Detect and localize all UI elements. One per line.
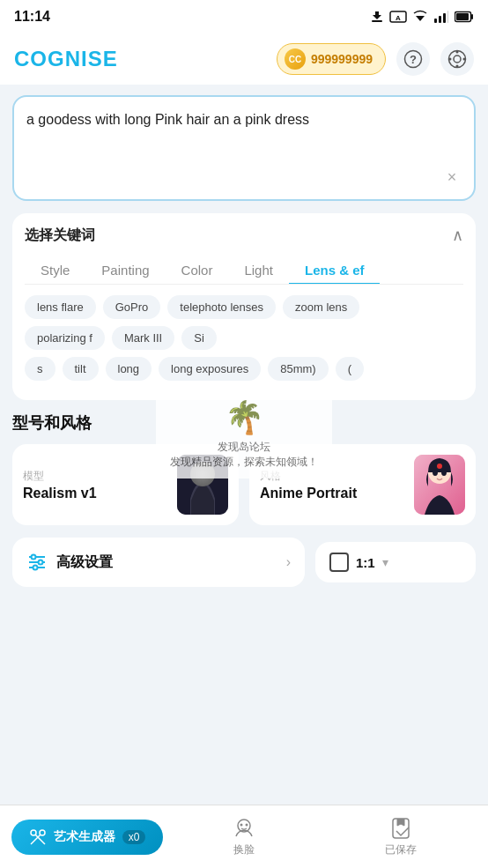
status-bar: 11:14 A [0,0,488,33]
app-logo: COGNISE [14,47,118,71]
coin-badge[interactable]: CC 999999999 [277,43,386,75]
svg-rect-0 [372,20,382,22]
style-name: Anime Portrait [260,486,357,501]
settings-button[interactable] [440,42,474,76]
svg-rect-4 [434,19,437,23]
signal-icon [433,10,449,24]
svg-rect-10 [456,13,469,20]
nav-saved[interactable]: 已保存 [322,817,479,857]
keywords-title: 选择关键词 [25,226,95,245]
prompt-text[interactable]: a goodess with long Pink hair an a pink … [26,109,462,162]
svg-point-18 [463,58,466,61]
art-gen-label: 艺术生成器 [54,829,115,845]
svg-point-21 [196,462,210,476]
svg-point-16 [456,65,459,68]
download-icon [370,10,384,24]
svg-point-25 [441,469,447,476]
tab-lens[interactable]: Lens & ef [289,257,381,285]
tab-painting[interactable]: Painting [85,257,165,285]
model-style-section: 型号和风格 模型 Realism v1 [12,412,476,525]
tag-mark3[interactable]: Mark III [112,326,174,350]
style-info: 风格 Anime Portrait [260,469,357,501]
tag-85mm[interactable]: 85mm) [268,357,328,381]
ratio-dropdown-arrow[interactable]: ▾ [382,555,388,569]
face-swap-label: 换脸 [233,842,255,857]
tab-color[interactable]: Color [166,257,229,285]
tag-gopro[interactable]: GoPro [103,295,161,319]
saved-label: 已保存 [385,842,417,857]
model-name: Realism v1 [23,486,97,501]
style-label: 风格 [260,469,357,484]
svg-marker-3 [416,16,425,21]
tag-si[interactable]: Si [181,326,217,350]
tag-telephoto[interactable]: telephoto lenses [167,295,276,319]
nav-art-generator[interactable]: 艺术生成器 x0 [9,820,166,855]
svg-point-38 [240,823,243,826]
svg-rect-7 [447,11,448,23]
tab-style[interactable]: Style [25,257,85,285]
top-nav: COGNISE CC 999999999 ? [0,33,488,85]
nav-face-swap[interactable]: 换脸 [166,817,322,857]
svg-rect-5 [439,16,441,23]
ratio-card[interactable]: 1:1 ▾ [315,542,476,582]
keyword-tabs: Style Painting Color Light Lens & ef [25,257,463,285]
tab-light[interactable]: Light [228,257,289,285]
tag-open-paren[interactable]: ( [336,357,364,381]
svg-point-32 [33,566,38,570]
prompt-input-card[interactable]: a goodess with long Pink hair an a pink … [12,95,476,201]
tag-tilt[interactable]: tilt [63,357,99,381]
svg-line-35 [35,835,45,844]
art-gen-count: x0 [122,830,146,844]
anime-thumbnail [414,455,465,515]
svg-text:?: ? [410,53,417,66]
svg-point-30 [32,555,36,560]
model-style-row: 模型 Realism v1 [12,444,476,525]
advanced-settings-card[interactable]: 高级设置 › [12,538,305,587]
svg-line-36 [31,835,41,844]
tag-polarizing[interactable]: polarizing f [25,326,105,350]
svg-point-26 [437,464,442,469]
keywords-header: 选择关键词 ∧ [25,226,463,245]
ratio-value: 1:1 [356,555,375,570]
tags-row-2: polarizing f Mark III Si [25,326,463,350]
model-thumbnail [177,455,228,515]
model-style-title: 型号和风格 [12,412,476,434]
keyboard-icon: A [389,10,407,24]
svg-rect-6 [443,13,446,23]
model-label: 模型 [23,469,97,484]
coin-amount: 999999999 [311,52,373,66]
svg-rect-9 [471,14,473,19]
svg-point-14 [454,56,461,63]
svg-point-24 [433,469,438,476]
status-icons: A [370,10,474,24]
help-button[interactable]: ? [396,42,430,76]
tag-zoom-lens[interactable]: zoom lens [283,295,359,319]
tags-row-1: lens flare GoPro telephoto lenses zoom l… [25,295,463,319]
wifi-icon [412,10,428,24]
advanced-text: 高级设置 [56,553,277,572]
help-icon: ? [403,49,423,69]
advanced-row: 高级设置 › 1:1 ▾ [12,538,476,587]
advanced-arrow: › [286,554,291,570]
art-gen-button[interactable]: 艺术生成器 x0 [11,820,164,855]
battery-icon [455,11,474,23]
scissors-icon [29,828,47,846]
clear-button[interactable]: × [439,164,465,190]
svg-point-17 [449,58,452,61]
svg-text:A: A [396,14,401,22]
status-time: 11:14 [14,9,50,25]
keywords-card: 选择关键词 ∧ Style Painting Color Light Lens … [12,213,476,400]
tag-long-exposures[interactable]: long exposures [159,357,261,381]
style-card[interactable]: 风格 Anime Portrait [249,444,476,525]
tag-lens-flare[interactable]: lens flare [25,295,96,319]
model-card[interactable]: 模型 Realism v1 [12,444,239,525]
sliders-icon [26,552,48,573]
svg-point-31 [39,560,43,565]
nav-right: CC 999999999 ? [277,42,474,76]
tag-long[interactable]: long [106,357,152,381]
tag-s[interactable]: s [25,357,55,381]
svg-point-39 [246,823,248,826]
coin-icon: CC [285,48,306,70]
model-info: 模型 Realism v1 [23,469,97,501]
collapse-button[interactable]: ∧ [452,226,463,245]
